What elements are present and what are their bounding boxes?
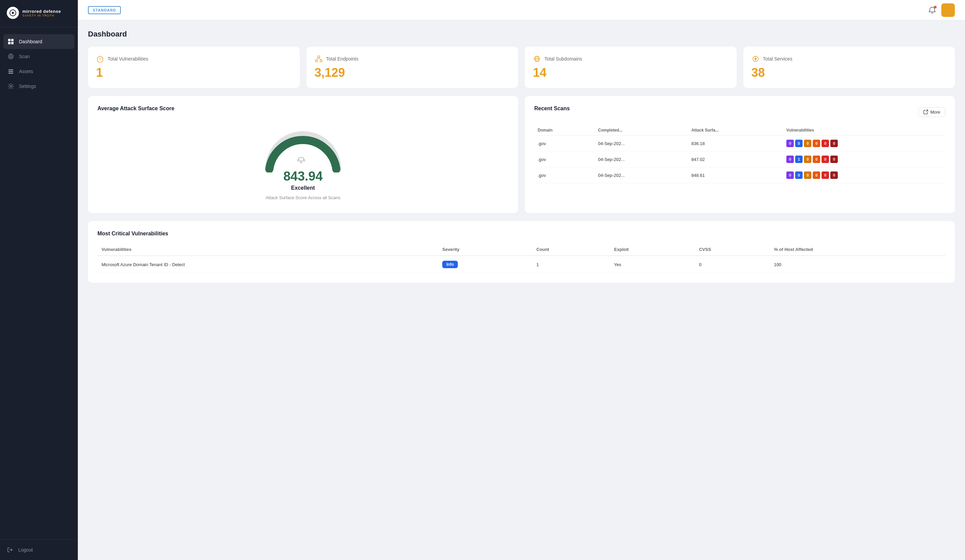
stat-header-services: Total Services [751, 55, 947, 63]
sidebar-item-settings[interactable]: Settings [3, 79, 74, 94]
vuln-host-affected: 100 [770, 256, 945, 273]
svg-point-5 [8, 54, 13, 59]
vuln-badge-darkred: 0 [830, 155, 838, 163]
vuln-badge-yellow: 0 [804, 140, 811, 147]
stat-label-endpoints: Total Endpoints [326, 56, 359, 62]
vuln-col-header: Severity [438, 243, 532, 256]
col-domain: Domain [534, 125, 595, 136]
gauge-container: 843.94 Excellent Attack Surface Score Ac… [97, 118, 509, 204]
vuln-badge-orange: 0 [813, 171, 820, 179]
attack-surface-card: Average Attack Surface Score [88, 96, 518, 213]
vuln-badge-orange: 0 [813, 155, 820, 163]
vuln-name: Microsoft Azure Domain Tenant ID - Detec… [97, 256, 438, 273]
vuln-severity: Info [438, 256, 532, 273]
scan-completed: 04-Sep-202... [595, 167, 688, 183]
services-icon [751, 55, 760, 63]
stat-value-services: 38 [751, 65, 947, 80]
main-area: STANDARD Dashboard [78, 0, 965, 560]
stat-label-services: Total Services [763, 56, 792, 62]
vuln-col-header: % of Host Affected [770, 243, 945, 256]
scan-row: .gov 04-Sep-202... 848.61 000000 [534, 167, 945, 183]
notification-dot [934, 6, 937, 8]
vuln-badge-yellow: 0 [804, 155, 811, 163]
svg-rect-4 [11, 42, 13, 44]
col-completed: Completed... [595, 125, 688, 136]
vuln-cvss: 0 [695, 256, 770, 273]
scans-header: Recent Scans More [534, 106, 945, 118]
svg-line-18 [319, 58, 321, 60]
more-button[interactable]: More [918, 107, 945, 117]
scan-domain: .gov [534, 152, 595, 167]
scan-attack-surface: 848.61 [688, 167, 783, 183]
scan-domain: .gov [534, 167, 595, 183]
svg-point-23 [754, 58, 757, 60]
vuln-col-header: Exploit [610, 243, 695, 256]
logo-subtitle: SAFETY IN TRUTH [22, 14, 61, 17]
scan-completed: 04-Sep-202... [595, 136, 688, 152]
recent-scans-card: Recent Scans More Domain Completed... [525, 96, 955, 213]
scan-domain: .gov [534, 136, 595, 152]
sidebar-item-dashboard[interactable]: Dashboard [3, 34, 74, 49]
endpoints-icon [315, 55, 323, 63]
stat-label-vulnerabilities: Total Vulnerabilities [108, 56, 148, 62]
sidebar-footer: Logout [0, 539, 78, 560]
scans-table: Domain Completed... Attack Surfa... Vuln… [534, 125, 945, 183]
scans-title: Recent Scans [534, 106, 570, 112]
user-avatar[interactable] [941, 3, 955, 17]
gauge-label: Excellent [291, 185, 315, 191]
vuln-badge-blue: 0 [795, 140, 803, 147]
subdomains-icon [533, 55, 541, 63]
scan-badges: 000000 [783, 167, 945, 183]
page-title: Dashboard [88, 30, 955, 39]
dashboard-icon [7, 38, 14, 45]
scan-completed: 04-Sep-202... [595, 152, 688, 167]
svg-rect-10 [8, 73, 13, 74]
header: STANDARD [78, 0, 965, 20]
stat-card-vulnerabilities: Total Vulnerabilities 1 [88, 47, 300, 88]
scan-attack-surface: 847.02 [688, 152, 783, 167]
svg-rect-9 [8, 71, 13, 72]
vuln-badge-orange: 0 [813, 140, 820, 147]
vuln-badge-purple: 0 [786, 171, 794, 179]
vuln-badge-purple: 0 [786, 140, 794, 147]
vuln-card: Most Critical Vulnerabilities Vulnerabil… [88, 221, 955, 283]
sidebar-item-assets[interactable]: Assets [3, 64, 74, 79]
scan-badges: 000000 [783, 136, 945, 152]
attack-surface-title: Average Attack Surface Score [97, 106, 509, 112]
stat-value-subdomains: 14 [533, 65, 728, 80]
vuln-badge-red: 0 [821, 155, 829, 163]
vuln-title: Most Critical Vulnerabilities [97, 231, 945, 237]
stats-grid: Total Vulnerabilities 1 [88, 47, 955, 88]
more-label: More [930, 109, 940, 114]
sidebar-label-settings: Settings [19, 83, 36, 89]
svg-rect-8 [8, 69, 13, 70]
stat-value-endpoints: 3,129 [315, 65, 510, 80]
col-vulnerabilities: Vulnerabilities [783, 125, 945, 136]
vuln-badge-blue: 0 [795, 171, 803, 179]
logo-icon [7, 7, 19, 19]
logout-button[interactable]: Logout [7, 547, 71, 553]
stat-card-services: Total Services 38 [743, 47, 955, 88]
stat-card-subdomains: Total Subdomains 14 [525, 47, 737, 88]
notification-bell[interactable] [929, 7, 936, 14]
sidebar-item-scan[interactable]: Scan [3, 49, 74, 64]
vuln-col-header: Vulnerabilities [97, 243, 438, 256]
logo-text: mirrored defense SAFETY IN TRUTH [22, 9, 61, 17]
scan-badges: 010000 [783, 152, 945, 167]
vuln-col-header: Count [532, 243, 610, 256]
logo-area: mirrored defense SAFETY IN TRUTH [0, 0, 78, 28]
svg-point-6 [10, 56, 12, 57]
vuln-badge-darkred: 0 [830, 171, 838, 179]
sidebar-label-assets: Assets [19, 69, 33, 74]
gauge-sublabel: Attack Surface Score Across all Scans [266, 195, 340, 200]
svg-point-11 [10, 86, 12, 87]
vuln-exploit: Yes [610, 256, 695, 273]
stat-label-subdomains: Total Subdomains [545, 56, 582, 62]
stat-card-endpoints: Total Endpoints 3,129 [307, 47, 518, 88]
svg-rect-26 [299, 158, 304, 161]
sidebar-label-scan: Scan [19, 54, 30, 59]
sidebar-label-dashboard: Dashboard [19, 39, 42, 44]
svg-line-17 [316, 58, 319, 60]
vuln-badge-purple: 0 [786, 155, 794, 163]
scan-icon [7, 53, 14, 60]
